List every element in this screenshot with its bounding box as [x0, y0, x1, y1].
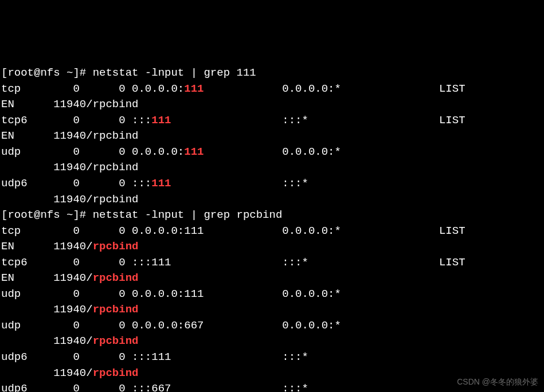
output-block-1: tcp 0 0 0.0.0.0:111 0.0.0.0:* LIST EN 11…: [1, 81, 543, 207]
terminal-output: [root@nfs ~]# netstat -lnput | grep 111 …: [1, 65, 543, 392]
shell-prompt: [root@nfs ~]#: [1, 66, 93, 79]
watermark: CSDN @冬冬的狼外婆: [457, 376, 538, 387]
command-text: netstat -lnput | grep rpcbind: [93, 209, 283, 221]
command-text: netstat -lnput | grep 111: [93, 66, 256, 79]
output-block-2: tcp 0 0 0.0.0.0:111 0.0.0.0:* LIST EN 11…: [1, 224, 543, 392]
shell-prompt: [root@nfs ~]#: [1, 209, 93, 221]
